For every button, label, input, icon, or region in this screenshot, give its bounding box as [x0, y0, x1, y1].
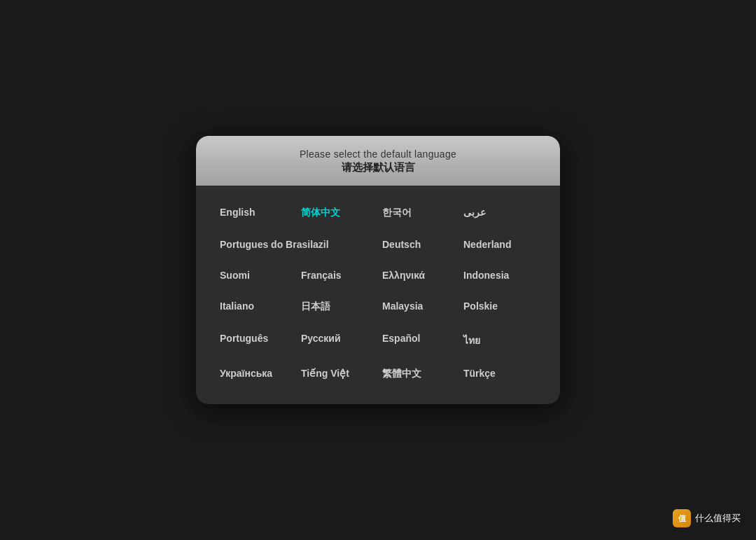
header-title-chinese: 请选择默认语言	[210, 161, 546, 174]
lang-item-polskie[interactable]: Polskie	[459, 292, 540, 321]
lang-item-arabic[interactable]: عربى	[459, 198, 540, 228]
lang-item-russian[interactable]: Русский	[297, 324, 378, 356]
dialog-header: Please select the default language 请选择默认…	[196, 136, 560, 186]
lang-item-korean[interactable]: 한국어	[378, 198, 459, 228]
lang-item-simplified[interactable]: 简体中文	[297, 198, 378, 228]
language-grid: English简体中文한국어عربىPortugues do Brasilazi…	[216, 198, 540, 389]
lang-item-nederland[interactable]: Nederland	[459, 230, 540, 258]
lang-item-turkish[interactable]: Türkçe	[459, 359, 540, 389]
lang-item-pt-br[interactable]: Portugues do Brasilazil	[216, 230, 378, 258]
lang-item-francais[interactable]: Français	[297, 261, 378, 289]
dialog-body: English简体中文한국어عربىPortugues do Brasilazi…	[196, 186, 560, 404]
lang-item-japanese[interactable]: 日本語	[297, 292, 378, 321]
lang-item-portugues[interactable]: Português	[216, 324, 297, 356]
lang-item-english[interactable]: English	[216, 198, 297, 228]
lang-item-greek[interactable]: Ελληνικά	[378, 261, 459, 289]
lang-item-traditional[interactable]: 繁體中文	[378, 359, 459, 389]
lang-item-espanol[interactable]: Español	[378, 324, 459, 356]
lang-item-malaysia[interactable]: Malaysia	[378, 292, 459, 321]
lang-item-deutsch[interactable]: Deutsch	[378, 230, 459, 258]
language-dialog: Please select the default language 请选择默认…	[196, 136, 560, 404]
watermark-text: 什么值得买	[695, 512, 741, 525]
lang-item-indonesia[interactable]: Indonesia	[459, 261, 540, 289]
lang-item-suomi[interactable]: Suomi	[216, 261, 297, 289]
lang-item-ukrainian[interactable]: Українська	[216, 359, 297, 389]
watermark: 值 什么值得买	[673, 509, 741, 527]
lang-item-italiano[interactable]: Italiano	[216, 292, 297, 321]
watermark-badge: 值	[673, 509, 691, 527]
header-title-english: Please select the default language	[210, 148, 546, 160]
lang-item-vietnamese[interactable]: Tiếng Việt	[297, 359, 378, 389]
lang-item-thai[interactable]: ไทย	[459, 324, 540, 356]
